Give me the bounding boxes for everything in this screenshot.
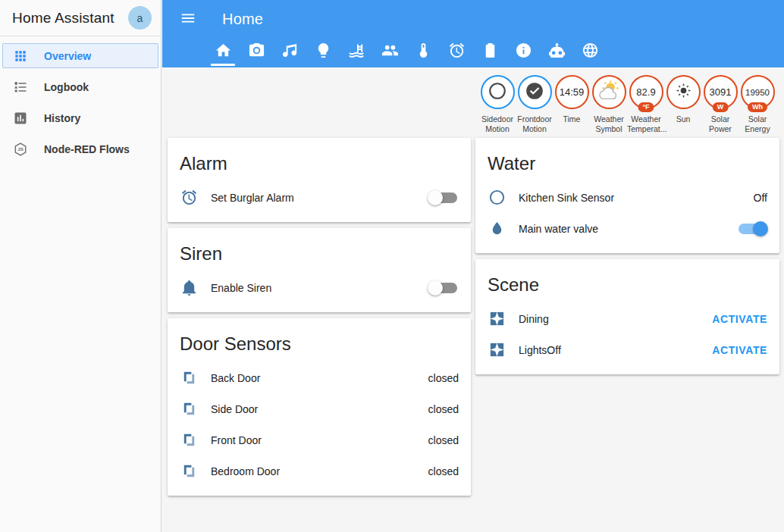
svg-text:JS: JS: [17, 146, 24, 152]
card-siren: Siren Enable Siren: [168, 228, 471, 312]
sidebar-item-overview[interactable]: Overview: [2, 43, 158, 68]
card-title: Water: [475, 138, 779, 182]
entity-row-bedroom-door[interactable]: Bedroom Door closed: [168, 455, 471, 487]
apps-grid-icon: [12, 48, 29, 64]
water-drop-icon: [488, 220, 506, 238]
app-title: Home Assistant: [12, 10, 128, 27]
card-door-sensors: Door Sensors Back Door closed Side Door …: [168, 318, 471, 496]
app-header: Home: [162, 0, 784, 67]
sun-icon: [673, 80, 694, 104]
sidebar-item-logbook[interactable]: Logbook: [2, 74, 158, 99]
badge-frontdoor-motion[interactable]: Frontdoor Motion: [517, 75, 552, 133]
tab-lightbulb-icon[interactable]: [314, 37, 332, 63]
scene-row-lightsoff[interactable]: LightsOff ACTIVATE: [475, 334, 779, 365]
badge-sidedoor-motion[interactable]: Sidedoor Motion: [480, 75, 515, 133]
badge-solar-energy[interactable]: 19950 Wh Solar Energy: [740, 75, 775, 133]
sidebar-item-label: Logbook: [44, 81, 89, 93]
entity-row-side-door[interactable]: Side Door closed: [168, 393, 471, 424]
badge-weather-symbol[interactable]: Weather Symbol: [591, 75, 626, 133]
card-title: Alarm: [168, 138, 471, 182]
tab-camera-icon[interactable]: [247, 37, 265, 63]
tab-information-icon[interactable]: [514, 37, 532, 63]
toggle-enable-siren[interactable]: [430, 283, 457, 293]
bar-chart-box-icon: [12, 110, 29, 127]
scene-icon: [488, 341, 506, 359]
hamburger-menu-icon[interactable]: [180, 10, 198, 28]
entity-row-front-door[interactable]: Front Door closed: [168, 424, 471, 455]
toggle-main-water-valve[interactable]: [739, 224, 766, 234]
tab-music-icon[interactable]: [281, 37, 299, 63]
tab-robot-icon[interactable]: [547, 37, 566, 63]
radiobox-blank-icon: [488, 189, 506, 207]
badges-row: Sidedoor Motion Frontdoor Motion 14:59 T…: [162, 67, 784, 135]
sidebar-item-label: Overview: [44, 50, 91, 62]
cards-area: Alarm Set Burglar Alarm Siren Enable Sir…: [162, 135, 784, 502]
activate-button[interactable]: ACTIVATE: [712, 344, 767, 356]
partly-cloudy-icon: [596, 78, 622, 107]
tab-battery-icon[interactable]: [481, 37, 499, 63]
sidebar-item-label: Node-RED Flows: [44, 143, 130, 155]
page-title: Home: [222, 11, 263, 28]
sidebar-item-label: History: [44, 112, 80, 124]
tab-home-icon[interactable]: [214, 37, 232, 63]
tab-globe-icon[interactable]: [581, 37, 599, 63]
card-alarm: Alarm Set Burglar Alarm: [168, 138, 471, 222]
entity-row-enable-siren[interactable]: Enable Siren: [168, 272, 471, 303]
card-water: Water Kitchen Sink Sensor Off Main water…: [475, 138, 779, 253]
alarm-clock-icon: [180, 189, 198, 207]
tab-pool-icon[interactable]: [347, 37, 365, 63]
sidebar-nav: Overview Logbook History JS Node-RED Flo…: [0, 36, 161, 161]
toggle-set-burglar-alarm[interactable]: [430, 192, 457, 203]
tab-alarm-clock-icon[interactable]: [447, 37, 466, 63]
radiobox-blank-icon: [488, 81, 507, 104]
user-avatar[interactable]: a: [128, 6, 152, 30]
entity-row-kitchen-sink-sensor[interactable]: Kitchen Sink Sensor Off: [475, 182, 779, 213]
bell-icon: [180, 279, 198, 297]
main-area: Home: [162, 0, 784, 532]
check-circle-icon: [525, 81, 544, 104]
door-sensor-icon: [180, 400, 198, 418]
badge-sun[interactable]: Sun: [666, 75, 701, 133]
card-scene: Scene Dining ACTIVATE LightsOff ACTIVATE: [475, 259, 779, 374]
card-title: Siren: [168, 228, 471, 272]
sidebar: Home Assistant a Overview Logbook Histor…: [0, 0, 162, 532]
sidebar-header: Home Assistant a: [0, 0, 161, 36]
entity-row-set-burglar-alarm[interactable]: Set Burglar Alarm: [168, 182, 471, 213]
badge-time[interactable]: 14:59 Time: [554, 75, 589, 133]
door-sensor-icon: [180, 462, 198, 480]
entity-row-back-door[interactable]: Back Door closed: [168, 362, 471, 393]
badge-solar-power[interactable]: 3091 W Solar Power: [703, 75, 738, 133]
nodejs-hexagon-icon: JS: [12, 141, 29, 158]
door-sensor-icon: [180, 369, 198, 387]
view-tabs: [162, 35, 784, 65]
door-sensor-icon: [180, 431, 198, 449]
scene-icon: [488, 310, 506, 328]
tab-thermometer-icon[interactable]: [414, 37, 432, 63]
card-title: Scene: [475, 259, 779, 303]
sidebar-item-history[interactable]: History: [2, 105, 158, 130]
scene-row-dining[interactable]: Dining ACTIVATE: [475, 303, 779, 334]
bulleted-list-icon: [12, 79, 29, 95]
badge-weather-temperature[interactable]: 82.9 °F Weather Temperat...: [629, 75, 663, 133]
card-title: Door Sensors: [168, 318, 471, 362]
activate-button[interactable]: ACTIVATE: [712, 313, 767, 325]
sidebar-item-node-red[interactable]: JS Node-RED Flows: [2, 136, 158, 161]
entity-row-main-water-valve[interactable]: Main water valve: [475, 213, 779, 244]
tab-people-icon[interactable]: [381, 37, 399, 63]
